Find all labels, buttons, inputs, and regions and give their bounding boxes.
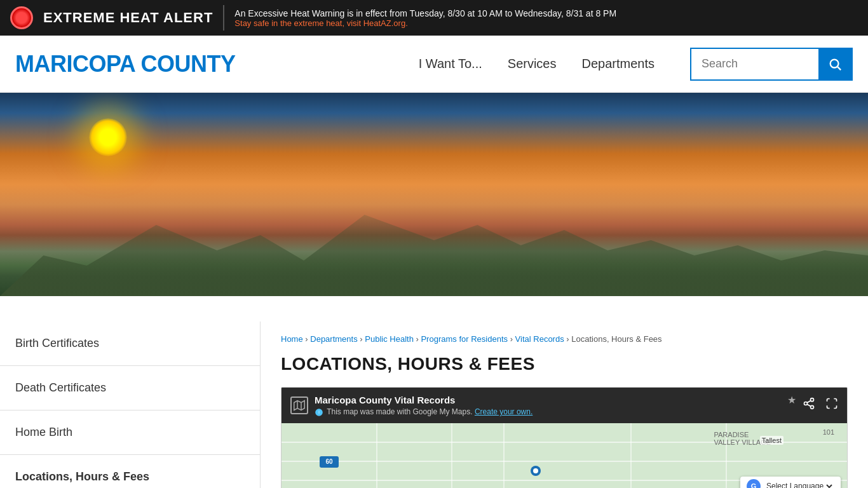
breadcrumb-public-health[interactable]: Public Health bbox=[365, 334, 414, 344]
translate-icon: G bbox=[747, 479, 761, 488]
sidebar-item-locations[interactable]: Locations, Hours & Fees bbox=[0, 455, 260, 488]
breadcrumb-programs[interactable]: Programs for Residents bbox=[421, 334, 508, 344]
breadcrumb-current: Locations, Hours & Fees bbox=[571, 334, 661, 344]
map-share-icon[interactable] bbox=[803, 397, 815, 413]
alert-title: EXTREME HEAT ALERT bbox=[43, 10, 213, 26]
alert-link[interactable]: Stay safe in the extreme heat, visit Hea… bbox=[234, 18, 616, 28]
breadcrumb-home[interactable]: Home bbox=[281, 334, 303, 344]
breadcrumb-vital-records[interactable]: Vital Records bbox=[515, 334, 564, 344]
svg-line-7 bbox=[807, 405, 811, 407]
page-title: LOCATIONS, HOURS & FEES bbox=[281, 354, 848, 374]
site-logo[interactable]: MARICOPA COUNTY bbox=[15, 51, 419, 78]
map-star-icon[interactable]: ★ bbox=[787, 394, 796, 406]
alert-main-text: An Excessive Heat Warning is in effect f… bbox=[234, 8, 616, 18]
sun-graphic bbox=[89, 118, 127, 156]
main-content: Home › Departments › Public Health › Pro… bbox=[261, 322, 868, 488]
map-symbol-icon bbox=[294, 400, 305, 411]
translate-widget: G Select Language English Español bbox=[740, 477, 841, 488]
sidebar-item-death-certificates[interactable]: Death Certificates bbox=[0, 366, 260, 410]
hero-image bbox=[0, 93, 868, 296]
map-expand-icon[interactable] bbox=[825, 397, 838, 413]
nav-departments[interactable]: Departments bbox=[582, 57, 655, 71]
svg-line-1 bbox=[837, 67, 841, 70]
search-button[interactable] bbox=[818, 48, 851, 81]
nav-i-want-to[interactable]: I Want To... bbox=[419, 57, 482, 71]
map-body: 60 Sun City PARADISEVALLEY VILLAGE 101 N… bbox=[281, 423, 847, 488]
content-area: Birth Certificates Death Certificates Ho… bbox=[0, 322, 868, 488]
alert-divider bbox=[223, 5, 224, 30]
alert-icon bbox=[10, 6, 33, 29]
map-container: Maricopa County Vital Records ★ i This m… bbox=[281, 387, 848, 488]
map-title: Maricopa County Vital Records bbox=[315, 395, 780, 405]
translate-select[interactable]: Select Language English Español bbox=[764, 481, 834, 488]
alert-text-container: An Excessive Heat Warning is in effect f… bbox=[234, 8, 616, 28]
sidebar-item-home-birth[interactable]: Home Birth bbox=[0, 410, 260, 455]
map-header: Maricopa County Vital Records ★ i This m… bbox=[281, 388, 847, 423]
map-header-actions bbox=[803, 397, 838, 413]
svg-point-20 bbox=[533, 468, 538, 473]
breadcrumb: Home › Departments › Public Health › Pro… bbox=[281, 334, 848, 344]
breadcrumb-departments[interactable]: Departments bbox=[310, 334, 357, 344]
search-icon bbox=[828, 57, 842, 71]
sidebar-item-birth-certificates[interactable]: Birth Certificates bbox=[0, 322, 260, 366]
sidebar: Birth Certificates Death Certificates Ho… bbox=[0, 322, 261, 488]
svg-point-0 bbox=[831, 59, 839, 67]
alert-bar: EXTREME HEAT ALERT An Excessive Heat War… bbox=[0, 0, 868, 36]
svg-text:60: 60 bbox=[325, 458, 333, 465]
svg-point-5 bbox=[804, 402, 808, 405]
map-create-link[interactable]: Create your own. bbox=[475, 407, 532, 416]
map-subtitle: i This map was made with Google My Maps.… bbox=[315, 407, 796, 417]
map-icon bbox=[290, 396, 308, 414]
nav-services[interactable]: Services bbox=[508, 57, 557, 71]
svg-line-8 bbox=[807, 401, 811, 403]
svg-point-6 bbox=[811, 406, 814, 409]
header: MARICOPA COUNTY I Want To... Services De… bbox=[0, 36, 868, 93]
main-nav: I Want To... Services Departments bbox=[419, 48, 853, 81]
search-container bbox=[690, 48, 853, 81]
svg-point-4 bbox=[811, 398, 814, 402]
map-info: Maricopa County Vital Records ★ i This m… bbox=[315, 394, 796, 417]
info-icon: i bbox=[315, 408, 323, 417]
search-input[interactable] bbox=[691, 57, 818, 71]
